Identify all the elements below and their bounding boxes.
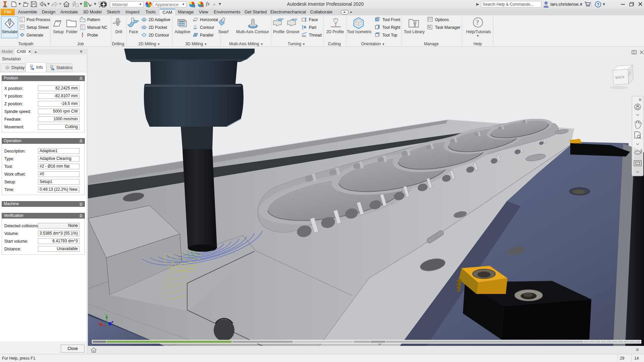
- svg-text:G2: G2: [81, 27, 84, 29]
- svg-text:X: X: [97, 321, 99, 324]
- svg-text:Y: Y: [105, 313, 107, 316]
- svg-text:%: %: [429, 26, 431, 28]
- svg-text:?: ?: [597, 2, 599, 7]
- svg-text:G2: G2: [20, 19, 23, 21]
- svg-text:PRO: PRO: [3, 6, 7, 8]
- svg-text:?: ?: [476, 19, 479, 26]
- svg-text:BACK: BACK: [615, 75, 625, 79]
